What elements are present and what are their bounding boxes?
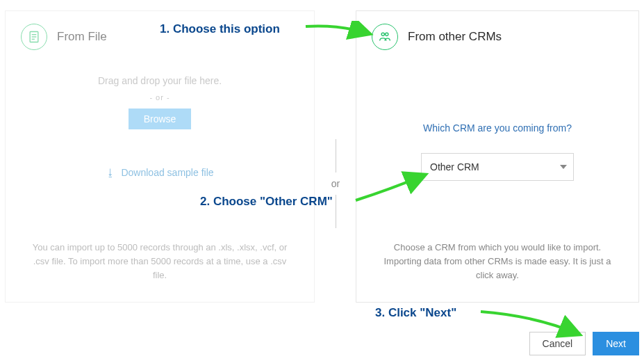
- dropzone-text: Drag and drop your file here.: [6, 75, 314, 86]
- cancel-button[interactable]: Cancel: [529, 332, 586, 355]
- crm-select-wrap: Other CRM: [421, 153, 574, 181]
- or-divider: or: [325, 139, 346, 228]
- annotation-3: 3. Click "Next": [375, 306, 456, 320]
- download-sample-label: Download sample file: [121, 167, 213, 178]
- from-other-crms-panel[interactable]: From other CRMs Which CRM are you coming…: [356, 10, 639, 303]
- from-file-header: From File: [6, 11, 314, 56]
- from-file-title: From File: [57, 30, 107, 44]
- svg-point-4: [381, 33, 384, 35]
- dropzone-or: - or -: [6, 93, 314, 102]
- dropzone[interactable]: Drag and drop your file here. - or - Bro…: [6, 75, 314, 178]
- divider-bar-top: [336, 139, 336, 173]
- divider-or-label: or: [325, 173, 346, 195]
- footer-buttons: Cancel Next: [529, 332, 639, 355]
- browse-button[interactable]: Browse: [129, 109, 192, 129]
- from-other-crms-header: From other CRMs: [356, 11, 638, 56]
- from-other-crms-title: From other CRMs: [408, 30, 502, 44]
- from-file-panel: From File Drag and drop your file here. …: [5, 10, 315, 303]
- svg-point-5: [386, 33, 388, 35]
- download-icon: ⭳: [106, 167, 115, 178]
- crm-question: Which CRM are you coming from?: [356, 122, 638, 134]
- next-button[interactable]: Next: [593, 332, 639, 355]
- download-sample-link[interactable]: ⭳ Download sample file: [106, 167, 213, 178]
- from-other-crms-help: Choose a CRM from which you would like t…: [356, 228, 638, 302]
- people-icon: [372, 24, 398, 50]
- divider-bar-bottom: [336, 195, 336, 228]
- from-file-help: You can import up to 5000 records throug…: [6, 228, 314, 302]
- file-icon: [21, 24, 47, 50]
- crm-select[interactable]: Other CRM: [421, 153, 574, 181]
